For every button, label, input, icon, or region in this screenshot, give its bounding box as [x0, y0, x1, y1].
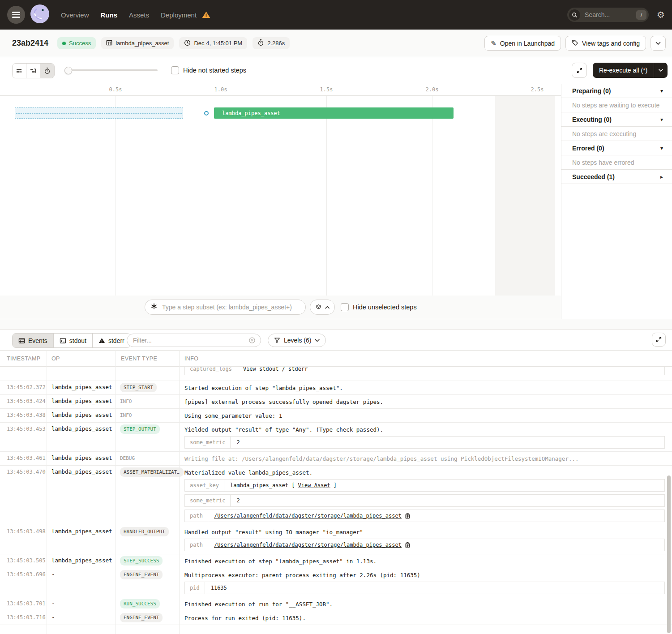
clock-icon: [184, 39, 191, 47]
view-tags-config-button[interactable]: View tags and config: [565, 36, 646, 51]
reexecute-dropdown-button[interactable]: [654, 63, 668, 78]
metadata-key: some_metric: [185, 437, 231, 448]
gantt-timed-mode-button[interactable]: [40, 64, 54, 78]
run-header: 23ab2414 Success lambda_pipes_asset Dec …: [0, 30, 672, 57]
gantt-fullscreen-button[interactable]: [572, 63, 587, 78]
event-row: 13:45:03.505lambda_pipes_assetSTEP_SUCCE…: [0, 554, 672, 568]
reexecute-all-button[interactable]: Re-execute all (*): [593, 67, 654, 74]
event-info-text: Writing file at: /Users/alangenfeld/data…: [184, 454, 665, 463]
tab-events[interactable]: Events: [13, 334, 54, 347]
gantt-flat-mode-button[interactable]: [13, 64, 26, 78]
gear-icon[interactable]: ⚙: [657, 10, 665, 19]
asset-tag[interactable]: lambda_pipes_asset: [101, 37, 174, 49]
step-preparing-range: [15, 107, 183, 119]
events-tabs: Eventsstdoutstderr: [12, 333, 131, 348]
event-type-badge: STEP_SUCCESS: [120, 556, 163, 565]
nav-item-runs[interactable]: Runs: [101, 11, 118, 19]
nav-item-deployment[interactable]: Deployment: [161, 11, 197, 19]
tab-stderr[interactable]: stderr: [93, 334, 130, 347]
event-info-cell: Finished execution of run for "__ASSET_J…: [184, 597, 672, 611]
event-row: 13:45:03.438lambda_pipes_assetINFOUsing …: [0, 409, 672, 423]
event-info-text: Using some_parameter value: 1: [184, 411, 665, 420]
reexecute-button-group: Re-execute all (*): [593, 63, 668, 78]
events-scrollbar-thumb[interactable]: [667, 476, 671, 633]
copy-icon[interactable]: [405, 513, 411, 519]
status-section-header[interactable]: Executing (0)▾: [561, 112, 672, 127]
run-duration: 2.286s: [253, 37, 290, 49]
run-actions-dropdown-button[interactable]: [651, 36, 666, 51]
gantt-waterfall-mode-button[interactable]: [26, 64, 40, 78]
event-type-badge: HANDLED_OUTPUT: [120, 527, 169, 536]
flat-list-icon: [16, 68, 22, 74]
event-info-cell: Started execution of step "lambda_pipes_…: [184, 381, 672, 394]
hide-unselected-row: Hide unselected steps: [341, 303, 417, 311]
event-type-badge: INFO: [120, 411, 132, 420]
event-type-badge: INFO: [120, 397, 132, 406]
pane-splitter[interactable]: [0, 319, 672, 330]
events-fullscreen-button[interactable]: [652, 333, 666, 347]
metadata-value: /Users/alangenfeld/data/dagster/storage/…: [208, 510, 416, 522]
pencil-icon: ✎: [491, 40, 497, 47]
expand-icon: [576, 67, 583, 74]
metadata-link[interactable]: /Users/alangenfeld/data/dagster/storage/…: [214, 513, 402, 519]
axis-tick: 1.0s: [214, 86, 227, 93]
event-op: lambda_pipes_asset: [51, 528, 112, 535]
levels-dropdown[interactable]: Levels (6): [268, 334, 326, 347]
event-type-badge: RUN_SUCCESS: [120, 599, 160, 608]
zoom-slider-knob[interactable]: [64, 67, 72, 74]
gridline: [221, 96, 221, 319]
metadata-entry: path/Users/alangenfeld/data/dagster/stor…: [184, 539, 665, 551]
event-row: 13:45:03.716-ENGINE_EVENTProcess for run…: [0, 611, 672, 625]
event-info-text: Started execution of step "lambda_pipes_…: [184, 383, 665, 392]
metadata-value-text: View stdout / stderr: [243, 367, 308, 372]
metadata-link[interactable]: View Asset: [298, 482, 330, 488]
status-section-header[interactable]: Errored (0)▾: [561, 141, 672, 155]
table-icon: [18, 338, 25, 344]
status-section-empty: No steps are waiting to execute: [561, 98, 672, 112]
hamburger-menu-button[interactable]: [7, 6, 25, 24]
event-timestamp: 13:45:02.372: [7, 384, 46, 390]
status-section-header[interactable]: Preparing (0)▾: [561, 84, 672, 98]
zoom-slider-track[interactable]: [67, 69, 158, 71]
hide-unselected-checkbox[interactable]: [341, 303, 349, 311]
event-type-badge: DEBUG: [120, 454, 135, 463]
metadata-entry: captured_logsView stdout / stderr: [184, 367, 665, 375]
metadata-link[interactable]: /Users/alangenfeld/data/dagster/storage/…: [214, 542, 402, 548]
metadata-value-text: 11635: [211, 585, 227, 591]
column-header: INFO: [184, 356, 198, 362]
hide-not-started-checkbox[interactable]: [171, 66, 179, 74]
metadata-key: asset_key: [185, 480, 224, 491]
gantt-pane: 0.5s1.0s1.5s2.0s2.5s lambda_pipes_asset: [0, 84, 561, 319]
gridline: [116, 96, 116, 319]
tab-stdout[interactable]: stdout: [54, 334, 93, 347]
metadata-key: path: [185, 510, 208, 522]
nav-item-overview[interactable]: Overview: [61, 11, 89, 19]
step-subset-input-wrap[interactable]: [145, 300, 306, 315]
event-info-cell: Materialized value lambda_pipes_asset.as…: [184, 466, 672, 525]
layers-icon: [315, 304, 322, 310]
copy-icon[interactable]: [405, 542, 411, 548]
filter-input-wrap[interactable]: [127, 334, 261, 347]
event-info-text: Process for run exited (pid: 11635).: [184, 613, 665, 622]
step-subset-input[interactable]: [161, 303, 300, 311]
event-type-badge: ASSET_MATERIALIZAT…: [120, 467, 184, 477]
event-type-badge: ENGINE_EVENT: [120, 570, 163, 579]
filter-input[interactable]: [132, 336, 245, 344]
filter-clear-icon[interactable]: [248, 337, 256, 344]
search-icon: [569, 9, 580, 21]
dagster-run-page: OverviewRunsAssetsDeployment / ⚙ 23ab241…: [0, 0, 672, 634]
dagster-logo: [30, 4, 49, 25]
gantt-step-bar[interactable]: lambda_pipes_asset: [214, 107, 454, 119]
error-triangle-icon: [98, 338, 105, 343]
status-section-header[interactable]: Succeeded (1)▸: [561, 170, 672, 184]
tab-label: stdout: [69, 337, 86, 344]
column-header: TIMESTAMP: [7, 356, 41, 362]
open-in-launchpad-button[interactable]: ✎ Open in Launchpad: [484, 36, 561, 51]
search-input-wrap[interactable]: /: [567, 8, 649, 22]
search-input[interactable]: [584, 11, 633, 19]
nav-item-assets[interactable]: Assets: [129, 11, 149, 19]
graph-query-toggle-button[interactable]: [310, 300, 335, 315]
event-op: -: [51, 614, 55, 621]
metadata-value-text: ]: [334, 482, 337, 488]
metadata-value: View stdout / stderr: [237, 367, 314, 375]
